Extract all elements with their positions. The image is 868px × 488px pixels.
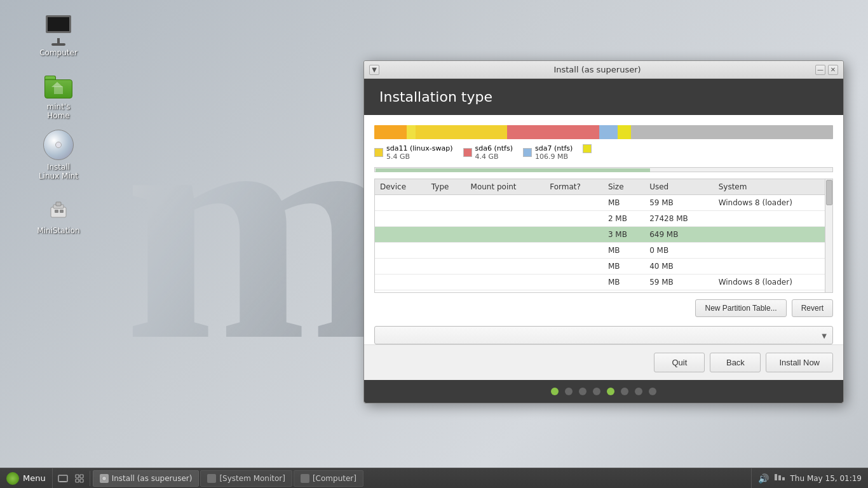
mint-menu-icon xyxy=(6,472,19,485)
row-type xyxy=(426,243,466,259)
nav-buttons-row: Quit Back Install Now xyxy=(364,344,843,380)
progress-dot-1 xyxy=(551,388,559,395)
row-format xyxy=(545,274,603,290)
network-icon[interactable] xyxy=(774,473,785,484)
table-row[interactable]: 2 MB 27428 MB xyxy=(375,211,832,227)
partition-seg-sda4-area xyxy=(374,125,407,139)
window-switcher-button[interactable] xyxy=(72,471,87,486)
row-format xyxy=(545,259,603,274)
titlebar-left-btn[interactable]: ▼ xyxy=(369,65,379,75)
row-size: MB xyxy=(603,290,644,294)
legend-sda7-size: 106.9 MB xyxy=(535,152,573,161)
row-type xyxy=(426,195,466,211)
col-device: Device xyxy=(375,179,426,195)
row-size: 3 MB xyxy=(603,227,644,243)
row-format xyxy=(545,195,603,211)
back-button[interactable]: Back xyxy=(710,353,761,372)
bootloader-dropdown-wrapper: ▼ xyxy=(374,326,833,344)
col-type: Type xyxy=(426,179,466,195)
dialog-title: Install (as superuser) xyxy=(379,65,815,74)
row-mount xyxy=(466,243,545,259)
row-type xyxy=(426,227,466,243)
dialog-titlebar: ▼ Install (as superuser) — ✕ xyxy=(364,61,843,79)
col-mount: Mount point xyxy=(466,179,545,195)
partition-table-wrapper[interactable]: Device Type Mount point Format? Size Use… xyxy=(374,179,833,293)
table-row[interactable]: MB 40 MB xyxy=(375,259,832,274)
legend-sda11-name: sda11 (linux-swap) xyxy=(386,144,453,152)
taskbar: Menu Install (as superuser) xyxy=(0,468,868,488)
row-mount xyxy=(466,195,545,211)
row-used: 40 MB xyxy=(644,259,714,274)
row-device xyxy=(375,290,426,294)
partition-bar-container: sda11 (linux-swap) 5.4 GB sda6 (ntfs) 4.… xyxy=(374,125,833,161)
ministation-label: MiniStation xyxy=(37,226,79,235)
minimize-button[interactable]: — xyxy=(815,65,825,75)
close-button[interactable]: ✕ xyxy=(828,65,838,75)
legend-item-sda7: sda7 (ntfs) 106.9 MB xyxy=(523,144,573,161)
desktop-icon-ministation[interactable]: MiniStation xyxy=(33,191,84,238)
svg-rect-7 xyxy=(60,481,66,482)
legend-item-sda6: sda6 (ntfs) 4.4 GB xyxy=(463,144,513,161)
table-row[interactable]: MB xyxy=(375,290,832,294)
row-size: 2 MB xyxy=(603,211,644,227)
row-mount xyxy=(466,290,545,294)
row-format xyxy=(545,290,603,294)
row-size: MB xyxy=(603,274,644,290)
col-format: Format? xyxy=(545,179,603,195)
bootloader-dropdown[interactable] xyxy=(374,326,833,344)
taskbar-item-computer[interactable]: [Computer] xyxy=(294,470,363,487)
row-type xyxy=(426,211,466,227)
svg-rect-4 xyxy=(55,210,58,213)
desktop-icon-home[interactable]: mint's Home xyxy=(33,67,84,123)
install-now-button[interactable]: Install Now xyxy=(766,353,833,372)
table-row[interactable]: MB 59 MB Windows 8 (loader) xyxy=(375,195,832,211)
taskbar-item-install[interactable]: Install (as superuser) xyxy=(93,470,200,487)
progress-dot-4 xyxy=(593,388,600,395)
desktop-icon-install[interactable]: Install Linux Mint xyxy=(33,127,84,183)
legend-sda6-name: sda6 (ntfs) xyxy=(475,144,513,152)
install-dialog: ▼ Install (as superuser) — ✕ Installatio… xyxy=(363,60,844,403)
page-title: Installation type xyxy=(379,89,492,105)
table-scrollbar[interactable] xyxy=(825,179,832,292)
table-row[interactable]: MB 59 MB Windows 8 (loader) xyxy=(375,274,832,290)
row-device xyxy=(375,259,426,274)
action-buttons-row: New Partition Table... Revert xyxy=(374,299,833,317)
svg-rect-13 xyxy=(778,475,781,480)
volume-icon[interactable]: 🔊 xyxy=(758,473,769,484)
taskbar-menu-button[interactable]: Menu xyxy=(0,468,53,488)
partition-seg-sda5 xyxy=(407,125,416,139)
svg-rect-14 xyxy=(782,477,785,480)
system-tray: 🔊 Thu May 15, 01:19 xyxy=(751,468,868,488)
cd-install-icon xyxy=(43,130,74,160)
row-size: MB xyxy=(603,243,644,259)
menu-label: Menu xyxy=(23,473,46,483)
quit-button[interactable]: Quit xyxy=(654,353,705,372)
row-format xyxy=(545,211,603,227)
col-used: Used xyxy=(644,179,714,195)
row-format xyxy=(545,243,603,259)
row-system xyxy=(714,227,832,243)
progress-dot-5 xyxy=(607,388,614,395)
table-row[interactable]: MB 0 MB xyxy=(375,243,832,259)
desktop-icon-computer[interactable]: Computer xyxy=(33,13,84,60)
row-mount xyxy=(466,211,545,227)
taskbar-sysmon-label: [System Monitor] xyxy=(219,474,285,483)
partition-seg-yellow2 xyxy=(618,125,632,139)
home-folder-icon xyxy=(43,69,74,100)
partition-seg-sda6 xyxy=(507,125,599,139)
install-label: Install Linux Mint xyxy=(36,163,81,180)
col-system: System xyxy=(714,179,832,195)
computer-icon xyxy=(43,15,74,46)
row-used: 59 MB xyxy=(644,195,714,211)
row-mount xyxy=(466,274,545,290)
taskbar-item-sysmon[interactable]: [System Monitor] xyxy=(200,470,292,487)
taskbar-system-area xyxy=(53,471,90,486)
row-size: MB xyxy=(603,195,644,211)
show-desktop-button[interactable] xyxy=(55,471,71,486)
row-used: 0 MB xyxy=(644,243,714,259)
row-system: Windows 8 (loader) xyxy=(714,274,832,290)
row-mount xyxy=(466,259,545,274)
table-row-selected[interactable]: 3 MB 649 MB xyxy=(375,227,832,243)
new-partition-table-button[interactable]: New Partition Table... xyxy=(695,299,786,317)
revert-button[interactable]: Revert xyxy=(792,299,833,317)
